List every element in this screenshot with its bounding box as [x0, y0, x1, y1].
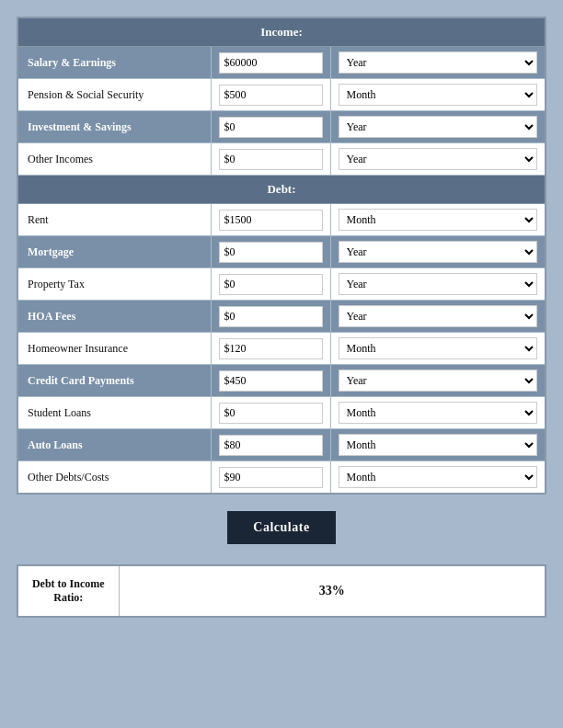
table-row: Other IncomesMonthYear	[17, 143, 546, 176]
table-row: MortgageMonthYear	[17, 236, 546, 268]
mortgage-period-select[interactable]: MonthYear	[339, 241, 538, 263]
salary-amount-cell	[211, 47, 330, 79]
homeowner-insurance-period-cell: MonthYear	[330, 333, 546, 365]
property-tax-period-cell: MonthYear	[330, 268, 546, 301]
table-row: HOA FeesMonthYear	[17, 301, 546, 333]
table-row: Auto LoansMonthYear	[17, 429, 546, 461]
property-tax-period-select[interactable]: MonthYear	[339, 273, 538, 295]
student-loans-label: Student Loans	[17, 397, 211, 429]
auto-loans-label: Auto Loans	[17, 429, 211, 461]
hoa-fees-amount-input[interactable]	[219, 306, 323, 327]
auto-loans-period-select[interactable]: MonthYear	[339, 434, 538, 456]
property-tax-amount-input[interactable]	[219, 274, 323, 295]
other-debts-amount-input[interactable]	[219, 467, 323, 488]
pension-amount-input[interactable]	[219, 85, 323, 106]
mortgage-amount-cell	[211, 236, 330, 268]
other-income-period-cell: MonthYear	[330, 143, 546, 176]
salary-period-select[interactable]: MonthYear	[339, 51, 538, 74]
mortgage-amount-input[interactable]	[219, 242, 323, 263]
table-row: Salary & EarningsMonthYear	[17, 47, 546, 79]
investment-label: Investment & Savings	[17, 111, 211, 143]
rent-amount-input[interactable]	[219, 210, 323, 231]
table-row: Investment & SavingsMonthYear	[17, 111, 546, 143]
property-tax-label: Property Tax	[17, 268, 211, 301]
homeowner-insurance-period-select[interactable]: MonthYear	[339, 337, 538, 359]
rent-amount-cell	[211, 204, 330, 236]
hoa-fees-period-cell: MonthYear	[330, 301, 546, 333]
other-income-amount-input[interactable]	[219, 149, 323, 170]
homeowner-insurance-label: Homeowner Insurance	[17, 333, 211, 365]
hoa-fees-label: HOA Fees	[17, 301, 211, 333]
student-loans-period-select[interactable]: MonthYear	[339, 402, 538, 424]
result-value: 33%	[119, 565, 546, 617]
rent-period-cell: MonthYear	[330, 204, 546, 236]
student-loans-amount-cell	[211, 397, 330, 429]
debt-header: Debt:	[17, 176, 546, 204]
main-table: Income: Salary & EarningsMonthYearPensio…	[17, 17, 546, 495]
table-row: Student LoansMonthYear	[17, 397, 546, 429]
other-debts-amount-cell	[211, 461, 330, 495]
property-tax-amount-cell	[211, 268, 330, 301]
investment-amount-cell	[211, 111, 330, 143]
table-row: Credit Card PaymentsMonthYear	[17, 365, 546, 397]
hoa-fees-amount-cell	[211, 301, 330, 333]
credit-card-period-select[interactable]: MonthYear	[339, 370, 538, 392]
investment-amount-input[interactable]	[219, 117, 323, 138]
mortgage-period-cell: MonthYear	[330, 236, 546, 268]
salary-amount-input[interactable]	[219, 52, 323, 74]
salary-label: Salary & Earnings	[17, 47, 211, 79]
pension-amount-cell	[211, 79, 330, 111]
other-income-label: Other Incomes	[17, 143, 211, 176]
table-row: Other Debts/CostsMonthYear	[17, 461, 546, 495]
auto-loans-period-cell: MonthYear	[330, 429, 546, 461]
salary-period-cell: MonthYear	[330, 47, 546, 79]
homeowner-insurance-amount-cell	[211, 333, 330, 365]
credit-card-period-cell: MonthYear	[330, 365, 546, 397]
other-debts-label: Other Debts/Costs	[17, 461, 211, 495]
credit-card-label: Credit Card Payments	[17, 365, 211, 397]
page-wrapper: Income: Salary & EarningsMonthYearPensio…	[17, 17, 546, 618]
hoa-fees-period-select[interactable]: MonthYear	[339, 305, 538, 327]
rent-label: Rent	[17, 204, 211, 236]
calculate-button[interactable]: Calculate	[227, 511, 335, 544]
income-header: Income:	[17, 17, 546, 47]
investment-period-select[interactable]: MonthYear	[339, 116, 538, 138]
table-row: Property TaxMonthYear	[17, 268, 546, 301]
other-debts-period-select[interactable]: MonthYear	[339, 466, 538, 488]
rent-period-select[interactable]: MonthYear	[339, 209, 538, 231]
auto-loans-amount-input[interactable]	[219, 435, 323, 456]
pension-period-select[interactable]: MonthYear	[339, 84, 538, 106]
result-section: Debt to Income Ratio: 33%	[17, 564, 546, 618]
table-row: Pension & Social SecurityMonthYear	[17, 79, 546, 111]
other-debts-period-cell: MonthYear	[330, 461, 546, 495]
investment-period-cell: MonthYear	[330, 111, 546, 143]
table-row: RentMonthYear	[17, 204, 546, 236]
calculate-section: Calculate	[17, 495, 546, 557]
table-row: Homeowner InsuranceMonthYear	[17, 333, 546, 365]
mortgage-label: Mortgage	[17, 236, 211, 268]
pension-period-cell: MonthYear	[330, 79, 546, 111]
other-income-amount-cell	[211, 143, 330, 176]
student-loans-amount-input[interactable]	[219, 403, 323, 424]
student-loans-period-cell: MonthYear	[330, 397, 546, 429]
credit-card-amount-input[interactable]	[219, 370, 323, 392]
other-income-period-select[interactable]: MonthYear	[339, 148, 538, 170]
homeowner-insurance-amount-input[interactable]	[219, 338, 323, 359]
credit-card-amount-cell	[211, 365, 330, 397]
pension-label: Pension & Social Security	[17, 79, 211, 111]
auto-loans-amount-cell	[211, 429, 330, 461]
result-label: Debt to Income Ratio:	[17, 565, 119, 617]
